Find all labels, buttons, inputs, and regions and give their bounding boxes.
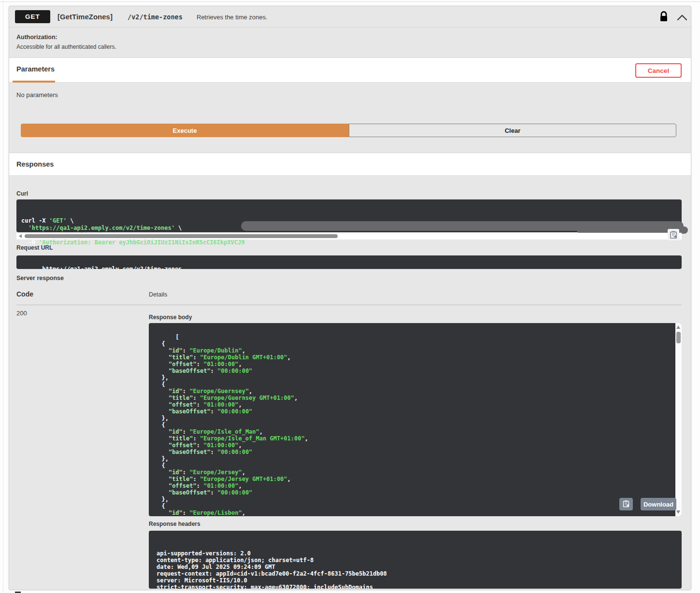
no-parameters-text: No parameters [16, 91, 58, 99]
horizontal-scrollbar-thumb[interactable] [25, 234, 338, 238]
authorization-label: Authorization: [16, 34, 57, 41]
authorization-text: Accessible for all authenticated callers… [16, 43, 116, 50]
details-column-header: Details [149, 291, 167, 298]
response-headers-list: api-supported-versions: 2.0content-type:… [157, 550, 674, 589]
scroll-up-arrow-icon[interactable] [676, 325, 680, 329]
vertical-scrollbar-thumb[interactable] [676, 332, 681, 343]
copy-response-icon[interactable] [619, 498, 633, 510]
response-body-label: Response body [149, 314, 192, 321]
top-divider [0, 1, 700, 2]
server-response-label: Server response [16, 275, 64, 282]
lock-icon[interactable] [659, 11, 669, 23]
copy-curl-icon[interactable] [668, 229, 679, 240]
scroll-down-arrow-icon[interactable] [676, 510, 680, 514]
responses-header-row: Responses [9, 153, 691, 176]
tab-parameters[interactable]: Parameters [16, 65, 55, 73]
opblock-summary[interactable]: GET [GetTimeZones] /v2/time-zones Retrie… [9, 6, 691, 28]
response-headers-block: api-supported-versions: 2.0content-type:… [149, 531, 682, 589]
request-url-value: https://qa1-api2.emply.com/v2/time-zones [42, 266, 182, 269]
request-url-block: https://qa1-api2.emply.com/v2/time-zones [16, 255, 682, 269]
response-body-scrollbar[interactable] [675, 323, 682, 516]
scroll-left-arrow-icon[interactable] [19, 234, 22, 238]
opblock-get-time-zones: GET [GetTimeZones] /v2/time-zones Retrie… [9, 6, 691, 590]
response-body-block: [ { "id": "Europe/Dublin", "title": "Eur… [149, 323, 682, 516]
left-divider [3, 0, 3, 593]
status-code: 200 [16, 310, 27, 317]
curl-code-block: curl -X 'GET' \ 'https://qa1-api2.emply.… [16, 199, 682, 232]
code-column-header: Code [16, 290, 33, 298]
operation-id: [GetTimeZones] [57, 13, 113, 21]
swagger-page: GET [GetTimeZones] /v2/time-zones Retrie… [0, 0, 700, 593]
clear-button[interactable]: Clear [349, 124, 676, 137]
curl-label: Curl [16, 190, 28, 197]
response-headers-label: Response headers [149, 521, 200, 527]
request-url-label: Request URL [16, 244, 53, 251]
table-divider [16, 305, 682, 305]
parameters-header-row: Parameters Cancel [9, 57, 691, 83]
cancel-button[interactable]: Cancel [635, 63, 682, 78]
endpoint-path[interactable]: /v2/time-zones [128, 13, 183, 21]
chevron-up-icon[interactable] [676, 14, 688, 21]
response-body-json: [ { "id": "Europe/Dublin", "title": "Eur… [155, 334, 308, 516]
http-method-badge: GET [15, 10, 50, 23]
execute-button[interactable]: Execute [21, 124, 349, 137]
curl-horizontal-scrollbar[interactable] [16, 233, 682, 240]
tab-active-underline [13, 81, 55, 83]
responses-title: Responses [16, 160, 54, 168]
endpoint-description: Retrieves the time zones. [197, 14, 268, 21]
download-button[interactable]: Download [641, 498, 676, 510]
